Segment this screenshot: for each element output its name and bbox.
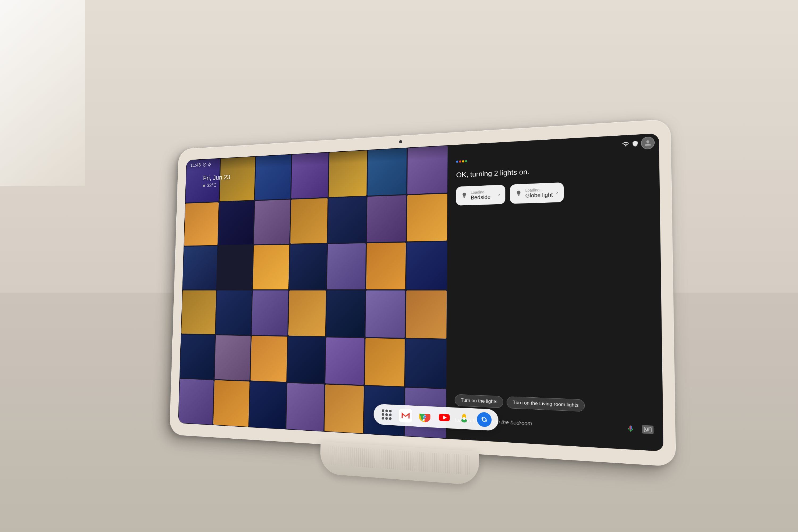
- svg-point-21: [482, 417, 487, 422]
- svg-rect-5: [645, 429, 646, 430]
- svg-point-10: [423, 415, 426, 418]
- wallpaper: 11:48 Fri, Jun 23 32°C: [178, 145, 448, 439]
- svg-rect-2: [645, 428, 646, 429]
- chip-turn-on-lights[interactable]: Turn on the lights: [455, 394, 503, 408]
- user-avatar[interactable]: [641, 136, 654, 150]
- wallpaper-grid: [178, 145, 448, 439]
- dot-blue: [456, 161, 458, 163]
- window-light: [0, 0, 85, 186]
- light-card-bedside[interactable]: Loading... Bedside ›: [456, 185, 506, 206]
- grid-cell: [365, 338, 405, 386]
- grid-cell: [367, 195, 406, 242]
- grid-cell: [250, 336, 287, 382]
- tablet-device: 11:48 Fri, Jun 23 32°C: [169, 119, 676, 467]
- grid-cell: [184, 202, 218, 246]
- bedside-loading-text: Loading...: [471, 189, 495, 195]
- grid-cell: [406, 290, 447, 339]
- tablet-screen: 11:48 Fri, Jun 23 32°C: [178, 133, 663, 451]
- grid-cell: [213, 380, 249, 427]
- svg-point-13: [424, 416, 426, 418]
- globe-name: Globe light: [525, 191, 553, 199]
- grid-cell: [217, 246, 253, 289]
- grid-cell: [327, 243, 366, 289]
- grid-cell: [182, 290, 216, 334]
- grid-cell: [407, 194, 448, 242]
- svg-point-16: [462, 414, 466, 419]
- date-display: Fri, Jun 23: [203, 173, 230, 182]
- grid-cell: [324, 385, 364, 434]
- light-card-globe-content: Loading... Globe light: [525, 187, 553, 199]
- grid-cell: [406, 242, 447, 289]
- gmail-button[interactable]: [399, 408, 413, 423]
- svg-rect-8: [646, 431, 649, 431]
- grid-cell: [328, 196, 366, 243]
- status-bar-left: 11:48: [190, 162, 211, 168]
- svg-point-20: [462, 417, 465, 420]
- photos-button[interactable]: [457, 411, 471, 426]
- svg-marker-15: [443, 416, 446, 419]
- svg-point-11: [424, 416, 426, 418]
- grid-cell: [289, 244, 327, 290]
- grid-cell: [252, 290, 288, 336]
- grid-cell: [215, 335, 251, 381]
- chip-living-room[interactable]: Turn on the Living room lights: [507, 396, 585, 412]
- grid-cell: [364, 386, 404, 436]
- svg-rect-6: [647, 429, 648, 430]
- transcription-text: turn on the lights in the bedroom: [455, 417, 532, 427]
- svg-rect-14: [439, 414, 450, 421]
- bulb-icon-2: [515, 190, 521, 198]
- svg-rect-4: [648, 428, 650, 429]
- wifi-icon: [622, 141, 629, 148]
- grid-cell: [254, 200, 290, 244]
- grid-cell: [286, 383, 324, 431]
- alarm-icon: [203, 163, 206, 167]
- status-time: 11:48: [190, 163, 201, 168]
- bulb-icon-1: [461, 192, 468, 200]
- svg-point-12: [423, 415, 426, 418]
- bedside-arrow-icon: ›: [498, 192, 500, 198]
- assistant-response: OK, turning 2 lights on.: [456, 161, 650, 180]
- taskbar: [374, 404, 498, 431]
- assistant-active-button[interactable]: [477, 412, 492, 427]
- temperature-display: 32°C: [207, 183, 217, 188]
- grid-cell: [325, 337, 364, 385]
- svg-point-18: [462, 414, 466, 419]
- bedside-name: Bedside: [471, 194, 495, 201]
- grid-cell: [287, 337, 325, 383]
- assistant-panel: OK, turning 2 lights on. Loading... Beds…: [446, 133, 663, 451]
- svg-point-22: [483, 418, 486, 421]
- grid-cell: [183, 246, 217, 289]
- grid-cell: [288, 290, 326, 336]
- apps-grid-button[interactable]: [380, 407, 394, 422]
- chrome-button[interactable]: [418, 409, 432, 424]
- svg-point-9: [422, 414, 428, 419]
- svg-rect-3: [647, 428, 648, 429]
- grid-cell: [180, 334, 215, 379]
- suggestion-chips: Turn on the lights Turn on the Living ro…: [455, 394, 653, 415]
- grid-cell: [290, 198, 328, 244]
- keyboard-button[interactable]: [642, 425, 654, 434]
- front-camera: [399, 140, 402, 144]
- grid-cell: [253, 245, 289, 289]
- grid-cell: [218, 201, 254, 245]
- sync-icon: [207, 162, 211, 167]
- light-card-globe[interactable]: Loading... Globe light ›: [510, 182, 564, 204]
- youtube-button[interactable]: [437, 410, 451, 425]
- svg-point-17: [461, 418, 467, 423]
- date-widget: Fri, Jun 23 32°C: [203, 173, 230, 188]
- svg-point-19: [461, 418, 467, 423]
- svg-point-0: [626, 424, 635, 433]
- grid-cell: [365, 290, 405, 338]
- globe-arrow-icon: ›: [556, 189, 558, 195]
- mic-button[interactable]: [624, 422, 637, 435]
- weather-icon: [203, 184, 205, 187]
- grid-cell: [178, 379, 214, 424]
- svg-rect-1: [644, 427, 651, 432]
- status-icons: [203, 162, 211, 167]
- dot-green: [465, 160, 467, 162]
- grid-cell: [326, 290, 365, 337]
- grid-cell: [216, 290, 252, 335]
- grid-cell: [249, 382, 286, 429]
- svg-rect-7: [648, 429, 650, 430]
- grid-cell: [366, 243, 406, 289]
